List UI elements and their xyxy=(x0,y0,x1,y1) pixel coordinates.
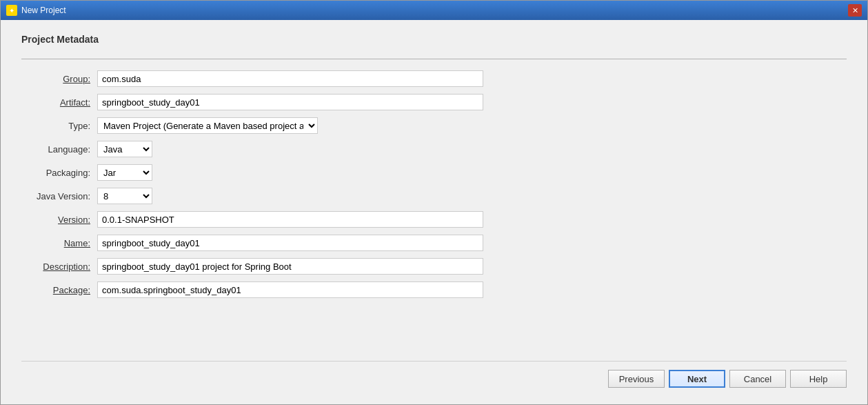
close-button[interactable]: ✕ xyxy=(848,4,862,17)
window-content: Project Metadata Group: Artifact: Type: … xyxy=(1,20,867,404)
packaging-select[interactable]: Jar War xyxy=(97,164,152,181)
window-icon-symbol: ✦ xyxy=(9,7,14,14)
main-window: ✦ New Project ✕ Project Metadata Group: … xyxy=(0,0,868,405)
title-bar-controls: ✕ xyxy=(848,4,862,17)
java-version-label: Java Version: xyxy=(21,191,97,201)
group-row: Group: xyxy=(21,70,847,87)
close-icon: ✕ xyxy=(852,6,858,15)
name-row: Name: xyxy=(21,235,847,251)
packaging-row: Packaging: Jar War xyxy=(21,164,847,181)
type-row: Type: Maven Project (Generate a Maven ba… xyxy=(21,117,847,134)
next-button[interactable]: Next xyxy=(669,370,725,388)
package-input[interactable] xyxy=(97,281,483,298)
separator xyxy=(21,59,847,59)
package-label: Package: xyxy=(21,285,97,295)
type-label: Type: xyxy=(21,121,97,131)
title-bar-left: ✦ New Project xyxy=(6,5,66,16)
window-title: New Project xyxy=(21,6,66,15)
group-label: Group: xyxy=(21,74,97,84)
artifact-input[interactable] xyxy=(97,94,483,110)
version-row: Version: xyxy=(21,211,847,228)
section-title: Project Metadata xyxy=(21,34,847,48)
type-select[interactable]: Maven Project (Generate a Maven based pr… xyxy=(97,117,318,134)
package-row: Package: xyxy=(21,281,847,298)
form-area: Group: Artifact: Type: Maven Project (Ge… xyxy=(21,70,847,354)
packaging-label: Packaging: xyxy=(21,168,97,178)
artifact-row: Artifact: xyxy=(21,94,847,110)
language-select[interactable]: Java Kotlin Groovy xyxy=(97,141,152,157)
version-label: Version: xyxy=(21,215,97,225)
footer: Previous Next Cancel Help xyxy=(21,361,847,391)
title-bar: ✦ New Project ✕ xyxy=(1,1,867,20)
java-version-select[interactable]: 8 11 17 xyxy=(97,188,152,204)
name-input[interactable] xyxy=(97,235,483,251)
artifact-label: Artifact: xyxy=(21,97,97,108)
name-label: Name: xyxy=(21,238,97,248)
previous-button[interactable]: Previous xyxy=(608,370,665,388)
language-label: Language: xyxy=(21,144,97,155)
java-version-row: Java Version: 8 11 17 xyxy=(21,188,847,204)
description-row: Description: xyxy=(21,258,847,275)
version-input[interactable] xyxy=(97,211,483,228)
cancel-button[interactable]: Cancel xyxy=(729,370,786,388)
help-button[interactable]: Help xyxy=(790,370,847,388)
description-input[interactable] xyxy=(97,258,483,275)
window-icon: ✦ xyxy=(6,5,17,16)
description-label: Description: xyxy=(21,261,97,272)
language-row: Language: Java Kotlin Groovy xyxy=(21,141,847,157)
group-input[interactable] xyxy=(97,70,483,87)
